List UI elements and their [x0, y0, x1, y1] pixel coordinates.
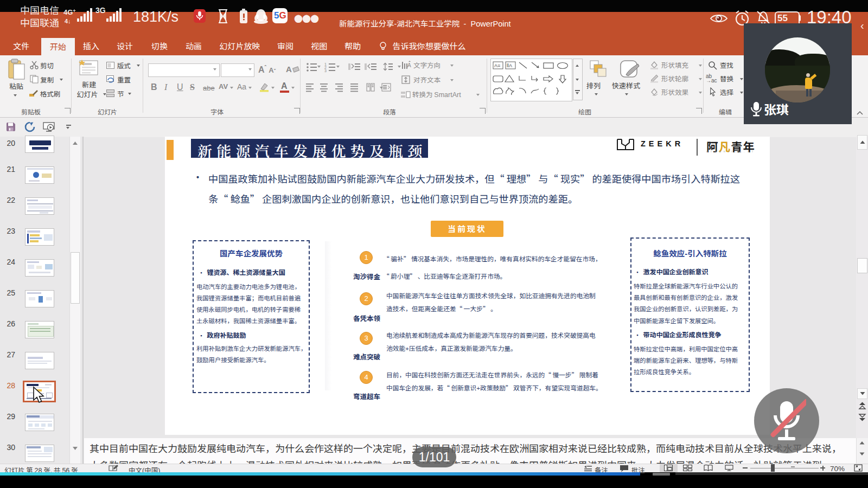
- svg-text:A: A: [407, 62, 411, 68]
- svg-text:A≡: A≡: [494, 63, 500, 68]
- svg-text:3G: 3G: [95, 6, 106, 15]
- svg-text:⦀A: ⦀A: [507, 63, 512, 68]
- svg-text:3: 3: [324, 69, 327, 73]
